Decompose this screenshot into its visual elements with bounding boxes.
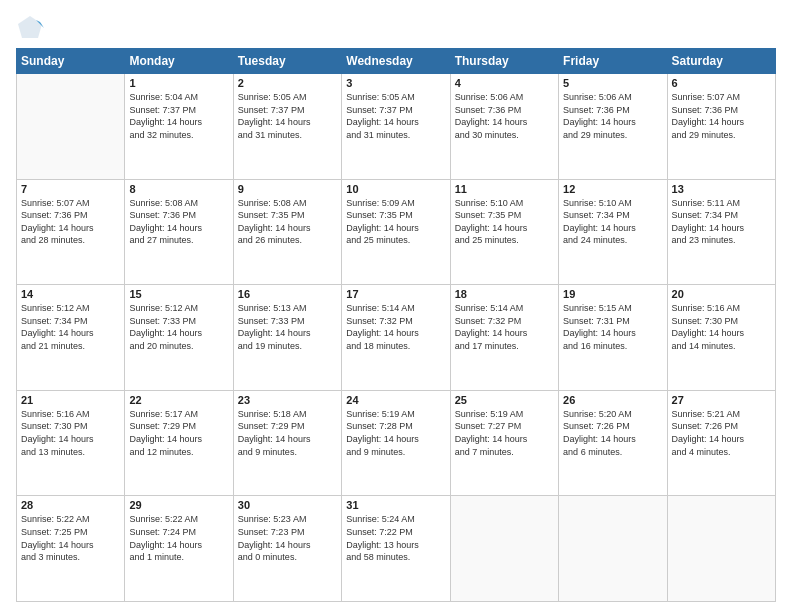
day-number: 10 (346, 183, 445, 195)
calendar-cell: 25Sunrise: 5:19 AMSunset: 7:27 PMDayligh… (450, 390, 558, 496)
weekday-header-friday: Friday (559, 49, 667, 74)
calendar-cell: 28Sunrise: 5:22 AMSunset: 7:25 PMDayligh… (17, 496, 125, 602)
calendar-cell: 30Sunrise: 5:23 AMSunset: 7:23 PMDayligh… (233, 496, 341, 602)
day-number: 27 (672, 394, 771, 406)
day-number: 5 (563, 77, 662, 89)
day-number: 20 (672, 288, 771, 300)
calendar-cell: 31Sunrise: 5:24 AMSunset: 7:22 PMDayligh… (342, 496, 450, 602)
page: SundayMondayTuesdayWednesdayThursdayFrid… (0, 0, 792, 612)
day-number: 28 (21, 499, 120, 511)
day-info: Sunrise: 5:05 AMSunset: 7:37 PMDaylight:… (346, 91, 445, 141)
day-info: Sunrise: 5:14 AMSunset: 7:32 PMDaylight:… (455, 302, 554, 352)
calendar-cell: 17Sunrise: 5:14 AMSunset: 7:32 PMDayligh… (342, 285, 450, 391)
day-number: 26 (563, 394, 662, 406)
calendar-cell: 16Sunrise: 5:13 AMSunset: 7:33 PMDayligh… (233, 285, 341, 391)
day-info: Sunrise: 5:16 AMSunset: 7:30 PMDaylight:… (21, 408, 120, 458)
day-info: Sunrise: 5:19 AMSunset: 7:28 PMDaylight:… (346, 408, 445, 458)
calendar-cell (17, 74, 125, 180)
calendar-cell: 6Sunrise: 5:07 AMSunset: 7:36 PMDaylight… (667, 74, 775, 180)
day-info: Sunrise: 5:08 AMSunset: 7:35 PMDaylight:… (238, 197, 337, 247)
calendar-cell: 2Sunrise: 5:05 AMSunset: 7:37 PMDaylight… (233, 74, 341, 180)
calendar-cell: 29Sunrise: 5:22 AMSunset: 7:24 PMDayligh… (125, 496, 233, 602)
calendar-cell: 12Sunrise: 5:10 AMSunset: 7:34 PMDayligh… (559, 179, 667, 285)
calendar-cell (667, 496, 775, 602)
calendar-cell: 26Sunrise: 5:20 AMSunset: 7:26 PMDayligh… (559, 390, 667, 496)
calendar-cell: 23Sunrise: 5:18 AMSunset: 7:29 PMDayligh… (233, 390, 341, 496)
day-number: 15 (129, 288, 228, 300)
day-number: 12 (563, 183, 662, 195)
day-info: Sunrise: 5:12 AMSunset: 7:34 PMDaylight:… (21, 302, 120, 352)
day-number: 19 (563, 288, 662, 300)
day-number: 24 (346, 394, 445, 406)
day-info: Sunrise: 5:24 AMSunset: 7:22 PMDaylight:… (346, 513, 445, 563)
calendar-cell: 3Sunrise: 5:05 AMSunset: 7:37 PMDaylight… (342, 74, 450, 180)
day-number: 3 (346, 77, 445, 89)
calendar-cell: 8Sunrise: 5:08 AMSunset: 7:36 PMDaylight… (125, 179, 233, 285)
weekday-header-wednesday: Wednesday (342, 49, 450, 74)
week-row-4: 21Sunrise: 5:16 AMSunset: 7:30 PMDayligh… (17, 390, 776, 496)
day-number: 21 (21, 394, 120, 406)
week-row-2: 7Sunrise: 5:07 AMSunset: 7:36 PMDaylight… (17, 179, 776, 285)
day-number: 17 (346, 288, 445, 300)
day-number: 29 (129, 499, 228, 511)
calendar-table: SundayMondayTuesdayWednesdayThursdayFrid… (16, 48, 776, 602)
day-info: Sunrise: 5:22 AMSunset: 7:25 PMDaylight:… (21, 513, 120, 563)
weekday-header-tuesday: Tuesday (233, 49, 341, 74)
week-row-3: 14Sunrise: 5:12 AMSunset: 7:34 PMDayligh… (17, 285, 776, 391)
calendar-cell (559, 496, 667, 602)
day-info: Sunrise: 5:17 AMSunset: 7:29 PMDaylight:… (129, 408, 228, 458)
weekday-header-row: SundayMondayTuesdayWednesdayThursdayFrid… (17, 49, 776, 74)
calendar-cell: 24Sunrise: 5:19 AMSunset: 7:28 PMDayligh… (342, 390, 450, 496)
weekday-header-thursday: Thursday (450, 49, 558, 74)
calendar-cell: 18Sunrise: 5:14 AMSunset: 7:32 PMDayligh… (450, 285, 558, 391)
calendar-cell: 13Sunrise: 5:11 AMSunset: 7:34 PMDayligh… (667, 179, 775, 285)
week-row-5: 28Sunrise: 5:22 AMSunset: 7:25 PMDayligh… (17, 496, 776, 602)
calendar-cell: 14Sunrise: 5:12 AMSunset: 7:34 PMDayligh… (17, 285, 125, 391)
day-info: Sunrise: 5:13 AMSunset: 7:33 PMDaylight:… (238, 302, 337, 352)
day-number: 16 (238, 288, 337, 300)
day-number: 2 (238, 77, 337, 89)
day-number: 23 (238, 394, 337, 406)
day-info: Sunrise: 5:05 AMSunset: 7:37 PMDaylight:… (238, 91, 337, 141)
day-number: 30 (238, 499, 337, 511)
week-row-1: 1Sunrise: 5:04 AMSunset: 7:37 PMDaylight… (17, 74, 776, 180)
weekday-header-saturday: Saturday (667, 49, 775, 74)
weekday-header-monday: Monday (125, 49, 233, 74)
calendar-cell: 15Sunrise: 5:12 AMSunset: 7:33 PMDayligh… (125, 285, 233, 391)
header (16, 10, 776, 42)
day-info: Sunrise: 5:07 AMSunset: 7:36 PMDaylight:… (21, 197, 120, 247)
logo (16, 14, 48, 42)
day-info: Sunrise: 5:10 AMSunset: 7:35 PMDaylight:… (455, 197, 554, 247)
calendar-cell: 7Sunrise: 5:07 AMSunset: 7:36 PMDaylight… (17, 179, 125, 285)
day-info: Sunrise: 5:19 AMSunset: 7:27 PMDaylight:… (455, 408, 554, 458)
calendar-cell: 10Sunrise: 5:09 AMSunset: 7:35 PMDayligh… (342, 179, 450, 285)
day-info: Sunrise: 5:22 AMSunset: 7:24 PMDaylight:… (129, 513, 228, 563)
day-info: Sunrise: 5:18 AMSunset: 7:29 PMDaylight:… (238, 408, 337, 458)
day-info: Sunrise: 5:10 AMSunset: 7:34 PMDaylight:… (563, 197, 662, 247)
day-info: Sunrise: 5:09 AMSunset: 7:35 PMDaylight:… (346, 197, 445, 247)
day-info: Sunrise: 5:08 AMSunset: 7:36 PMDaylight:… (129, 197, 228, 247)
day-number: 7 (21, 183, 120, 195)
calendar-cell: 5Sunrise: 5:06 AMSunset: 7:36 PMDaylight… (559, 74, 667, 180)
day-info: Sunrise: 5:21 AMSunset: 7:26 PMDaylight:… (672, 408, 771, 458)
day-number: 9 (238, 183, 337, 195)
day-number: 22 (129, 394, 228, 406)
day-number: 11 (455, 183, 554, 195)
day-info: Sunrise: 5:14 AMSunset: 7:32 PMDaylight:… (346, 302, 445, 352)
day-number: 14 (21, 288, 120, 300)
day-number: 1 (129, 77, 228, 89)
day-info: Sunrise: 5:12 AMSunset: 7:33 PMDaylight:… (129, 302, 228, 352)
calendar-cell: 1Sunrise: 5:04 AMSunset: 7:37 PMDaylight… (125, 74, 233, 180)
day-number: 4 (455, 77, 554, 89)
calendar-cell: 11Sunrise: 5:10 AMSunset: 7:35 PMDayligh… (450, 179, 558, 285)
day-info: Sunrise: 5:07 AMSunset: 7:36 PMDaylight:… (672, 91, 771, 141)
day-info: Sunrise: 5:11 AMSunset: 7:34 PMDaylight:… (672, 197, 771, 247)
logo-icon (16, 14, 44, 42)
day-info: Sunrise: 5:15 AMSunset: 7:31 PMDaylight:… (563, 302, 662, 352)
day-number: 8 (129, 183, 228, 195)
day-number: 25 (455, 394, 554, 406)
day-info: Sunrise: 5:06 AMSunset: 7:36 PMDaylight:… (563, 91, 662, 141)
day-info: Sunrise: 5:06 AMSunset: 7:36 PMDaylight:… (455, 91, 554, 141)
day-number: 6 (672, 77, 771, 89)
calendar-cell: 9Sunrise: 5:08 AMSunset: 7:35 PMDaylight… (233, 179, 341, 285)
